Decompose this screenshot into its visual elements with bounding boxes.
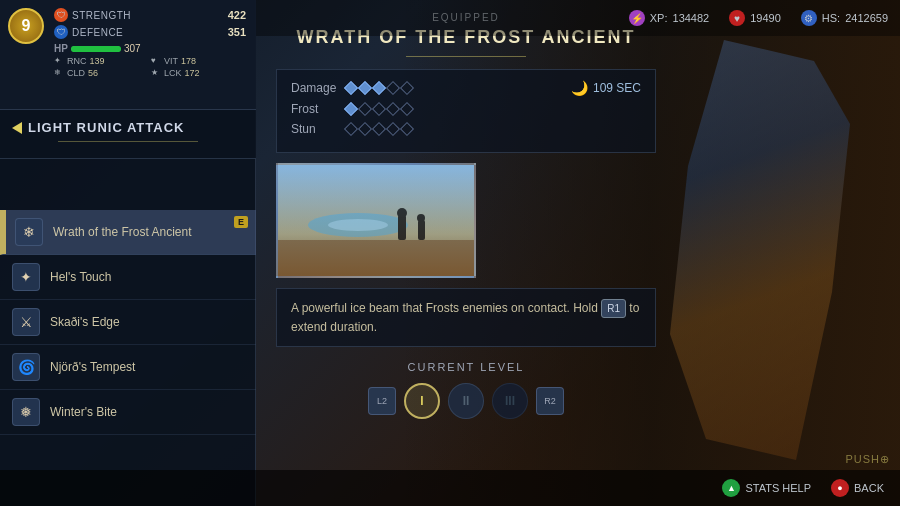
xp-display: ⚡ XP: 134482 xyxy=(629,10,709,26)
ability-item-1[interactable]: ✦ Hel's Touch xyxy=(0,255,256,300)
svg-rect-2 xyxy=(278,240,476,278)
vit-value: 178 xyxy=(181,56,196,66)
stun-label: Stun xyxy=(291,122,346,136)
frost-stat-line: Frost xyxy=(291,102,641,116)
ability-icon-4: ❅ xyxy=(12,398,40,426)
ability-icon-1: ✦ xyxy=(12,263,40,291)
damage-label: Damage xyxy=(291,81,346,95)
strength-row: 🛡 STRENGTH 422 xyxy=(54,8,246,22)
level-node-2[interactable]: II xyxy=(448,383,484,419)
runic-title-text: LIGHT RUNIC ATTACK xyxy=(28,120,184,135)
hp-label: HP xyxy=(54,43,68,54)
vit-icon: ♥ xyxy=(151,56,161,66)
frost-label: Frost xyxy=(291,102,346,116)
triangle-button: ▲ xyxy=(722,479,740,497)
diamond-s5 xyxy=(400,122,414,136)
ability-item-4[interactable]: ❅ Winter's Bite xyxy=(0,390,256,435)
stun-diamonds xyxy=(346,124,641,134)
rnc-icon: ✦ xyxy=(54,56,64,66)
diamond-f5 xyxy=(400,102,414,116)
runic-divider xyxy=(58,141,197,142)
diamond-d3 xyxy=(372,81,386,95)
ability-icon-3: 🌀 xyxy=(12,353,40,381)
ability-item-2[interactable]: ⚔ Skaði's Edge xyxy=(0,300,256,345)
runic-title: LIGHT RUNIC ATTACK xyxy=(12,120,244,135)
title-divider xyxy=(406,56,526,57)
diamond-f2 xyxy=(358,102,372,116)
hs-display: ⚙ HS: 2412659 xyxy=(801,10,888,26)
vit-stat: ♥ VIT 178 xyxy=(151,56,246,66)
hp-hud-icon: ♥ xyxy=(729,10,745,26)
hp-hud-value: 19490 xyxy=(750,12,781,24)
svg-rect-7 xyxy=(418,220,425,240)
ability-name-2: Skaði's Edge xyxy=(50,315,244,329)
hs-icon: ⚙ xyxy=(801,10,817,26)
xp-label: XP: xyxy=(650,12,668,24)
stats-bar: 9 🛡 STRENGTH 422 🛡 DEFENCE 351 HP 307 ✦ xyxy=(0,0,256,110)
defence-icon: 🛡 xyxy=(54,25,68,39)
diamond-d2 xyxy=(358,81,372,95)
lck-label: LCK xyxy=(164,68,182,78)
description-text: A powerful ice beam that Frosts enemies … xyxy=(291,301,598,315)
cld-icon: ❄ xyxy=(54,68,64,78)
svg-point-8 xyxy=(417,214,425,222)
frost-diamonds xyxy=(346,104,641,114)
main-panel: Equipped WRATH OF THE FROST ANCIENT Dama… xyxy=(256,0,676,506)
l2-button[interactable]: L2 xyxy=(368,387,396,415)
ability-name-0: Wrath of the Frost Ancient xyxy=(53,225,244,239)
equip-badge: E xyxy=(234,216,248,228)
hp-bar-section: HP 307 xyxy=(54,43,246,54)
svg-point-4 xyxy=(328,219,388,231)
cld-label: CLD xyxy=(67,68,85,78)
diamond-f3 xyxy=(372,102,386,116)
cooldown-value: 109 SEC xyxy=(593,81,641,95)
lck-stat: ★ LCK 172 xyxy=(151,68,246,78)
r2-button[interactable]: R2 xyxy=(536,387,564,415)
lck-icon: ★ xyxy=(151,68,161,78)
ability-item-3[interactable]: 🌀 Njörð's Tempest xyxy=(0,345,256,390)
rnc-label: RNC xyxy=(67,56,87,66)
damage-diamonds xyxy=(346,83,561,93)
back-label: BACK xyxy=(854,482,884,494)
diamond-d5 xyxy=(400,81,414,95)
triangle-icon xyxy=(12,122,22,134)
ability-name-1: Hel's Touch xyxy=(50,270,244,284)
strength-icon: 🛡 xyxy=(54,8,68,22)
bottom-hud: ▲ STATS HELP ● BACK xyxy=(0,470,900,506)
hs-label: HS: xyxy=(822,12,840,24)
svg-rect-5 xyxy=(398,215,406,240)
level-node-3[interactable]: III xyxy=(492,383,528,419)
diamond-s2 xyxy=(358,122,372,136)
level-node-1[interactable]: I xyxy=(404,383,440,419)
diamond-f1 xyxy=(344,102,358,116)
diamond-s4 xyxy=(386,122,400,136)
svg-point-6 xyxy=(397,208,407,218)
ability-item-0[interactable]: E ❄ Wrath of the Frost Ancient xyxy=(0,210,256,255)
description-box: A powerful ice beam that Frosts enemies … xyxy=(276,288,656,347)
ability-name-3: Njörð's Tempest xyxy=(50,360,244,374)
ability-preview-image xyxy=(276,163,476,278)
diamond-d1 xyxy=(344,81,358,95)
stats-help-action[interactable]: ▲ STATS HELP xyxy=(722,479,811,497)
diamond-s3 xyxy=(372,122,386,136)
moon-icon: 🌙 xyxy=(571,80,588,96)
xp-value: 134482 xyxy=(673,12,710,24)
runic-section: LIGHT RUNIC ATTACK xyxy=(0,110,256,159)
hs-value: 2412659 xyxy=(845,12,888,24)
diamond-d4 xyxy=(386,81,400,95)
cld-value: 56 xyxy=(88,68,98,78)
rnc-value: 139 xyxy=(90,56,105,66)
defence-label: DEFENCE xyxy=(72,27,228,38)
svg-rect-1 xyxy=(278,165,476,278)
strength-value: 422 xyxy=(228,9,246,21)
ability-icon-2: ⚔ xyxy=(12,308,40,336)
left-panel: 9 🛡 STRENGTH 422 🛡 DEFENCE 351 HP 307 ✦ xyxy=(0,0,256,506)
vit-label: VIT xyxy=(164,56,178,66)
circle-button: ● xyxy=(831,479,849,497)
top-hud: ⚡ XP: 134482 ♥ 19490 ⚙ HS: 2412659 xyxy=(256,0,900,36)
xp-icon: ⚡ xyxy=(629,10,645,26)
diamond-s1 xyxy=(344,122,358,136)
defence-row: 🛡 DEFENCE 351 xyxy=(54,25,246,39)
ability-name-4: Winter's Bite xyxy=(50,405,244,419)
back-action[interactable]: ● BACK xyxy=(831,479,884,497)
